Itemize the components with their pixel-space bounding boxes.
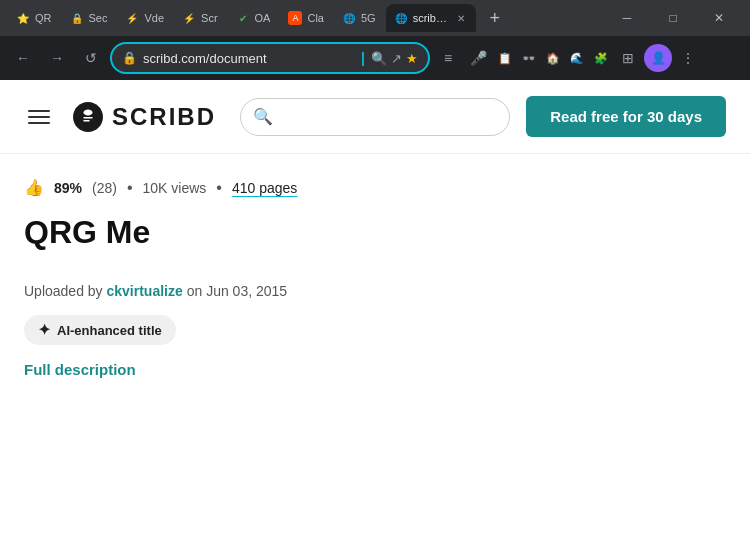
address-text: scribd.com/document [143, 51, 355, 66]
lock-icon: 🔒 [122, 51, 137, 65]
hamburger-menu[interactable] [24, 106, 54, 128]
uploader-info: Uploaded by ckvirtualize on Jun 03, 2015 [0, 267, 750, 311]
document-title: QRG Me [0, 205, 750, 267]
reader-view-icon[interactable]: ≡ [434, 44, 462, 72]
tab-sec[interactable]: 🔒 Sec [62, 4, 116, 32]
forward-button[interactable]: → [42, 43, 72, 73]
search-icon: 🔍 [253, 107, 273, 126]
nav-right-section: ≡ 🎤 📋 👓 🏠 🌊 🧩 ⊞ 👤 ⋮ [434, 44, 702, 72]
tab-oa[interactable]: ✔ OA [228, 4, 279, 32]
tab-favicon-5g: 🌐 [342, 11, 356, 25]
extension-1[interactable]: 📋 [494, 47, 516, 69]
refresh-button[interactable]: ↺ [76, 43, 106, 73]
hamburger-line-3 [28, 122, 50, 124]
browser-chrome: ⭐ QRG Me QR 🔒 Sec ⚡ Vde ⚡ Scr ✔ OA A Cla… [0, 0, 750, 80]
tab-vde[interactable]: ⚡ Vde [117, 4, 172, 32]
search-bar[interactable]: 🔍 [240, 98, 510, 136]
extension-3[interactable]: 🏠 [542, 47, 564, 69]
tab-close-scribd[interactable]: ✕ [454, 11, 468, 25]
refresh-icon: ↺ [85, 50, 97, 66]
tab-cla[interactable]: A Cla [280, 4, 332, 32]
bookmark-icon[interactable]: ★ [406, 51, 418, 66]
new-tab-button[interactable]: + [482, 5, 508, 31]
maximize-button[interactable]: □ [650, 0, 696, 36]
ai-badge-label: AI-enhanced title [57, 323, 162, 338]
address-bar[interactable]: 🔒 scribd.com/document | 🔍 ↗ ★ [110, 42, 430, 74]
separator-dot-1: • [127, 179, 133, 197]
nav-bar: ← → ↺ 🔒 scribd.com/document | 🔍 ↗ ★ ≡ 🎤 … [0, 36, 750, 80]
share-icon[interactable]: ↗ [391, 51, 402, 66]
tab-favicon-sec: 🔒 [70, 11, 84, 25]
back-button[interactable]: ← [8, 43, 38, 73]
thumbs-up-icon: 👍 [24, 178, 44, 197]
uploader-prefix: Uploaded by [24, 283, 103, 299]
menu-button[interactable]: ⋮ [674, 44, 702, 72]
forward-icon: → [50, 50, 64, 66]
scribd-logo-icon [70, 99, 106, 135]
tab-favicon-scribd: 🌐 [394, 11, 408, 25]
separator-dot-2: • [216, 179, 222, 197]
window-controls: ─ □ ✕ [604, 0, 742, 36]
tab-scr[interactable]: ⚡ Scr [174, 4, 226, 32]
views-count: 10K views [143, 180, 207, 196]
minimize-button[interactable]: ─ [604, 0, 650, 36]
read-free-button[interactable]: Read free for 30 days [526, 96, 726, 137]
address-bar-icons: 🔍 ↗ ★ [371, 51, 418, 66]
ai-star-icon: ✦ [38, 321, 51, 339]
full-description-link[interactable]: Full description [0, 349, 750, 390]
uploader-link[interactable]: ckvirtualize [107, 283, 183, 299]
mic-icon[interactable]: 🎤 [464, 44, 492, 72]
tab-favicon-qr: ⭐ [16, 11, 30, 25]
tab-qr[interactable]: ⭐ QRG Me QR [8, 4, 60, 32]
cursor-indicator: | [361, 50, 365, 66]
tab-scribd-active[interactable]: 🌐 scribd.com/document ✕ [386, 4, 476, 32]
ai-enhanced-badge[interactable]: ✦ AI-enhanced title [24, 315, 176, 345]
tab-favicon-oa: ✔ [236, 11, 250, 25]
extension-5[interactable]: 🧩 [590, 47, 612, 69]
hamburger-line-2 [28, 116, 50, 118]
rating-percentage: 89% [54, 180, 82, 196]
close-button[interactable]: ✕ [696, 0, 742, 36]
back-icon: ← [16, 50, 30, 66]
tab-bar: ⭐ QRG Me QR 🔒 Sec ⚡ Vde ⚡ Scr ✔ OA A Cla… [0, 0, 750, 36]
tab-5g[interactable]: 🌐 5G [334, 4, 384, 32]
document-metadata: 👍 89% (28) • 10K views • 410 pages [0, 154, 750, 205]
hamburger-line-1 [28, 110, 50, 112]
scribd-logo-text: SCRIBD [112, 103, 216, 131]
tab-favicon-scr: ⚡ [182, 11, 196, 25]
save-icon[interactable]: ⊞ [614, 44, 642, 72]
page-content: SCRIBD 🔍 Read free for 30 days 👍 89% (28… [0, 80, 750, 541]
search-lens-icon[interactable]: 🔍 [371, 51, 387, 66]
extension-2[interactable]: 👓 [518, 47, 540, 69]
pages-link[interactable]: 410 pages [232, 180, 297, 196]
extension-4[interactable]: 🌊 [566, 47, 588, 69]
rating-count: (28) [92, 180, 117, 196]
scribd-header: SCRIBD 🔍 Read free for 30 days [0, 80, 750, 154]
tab-favicon-vde: ⚡ [125, 11, 139, 25]
upload-date: on Jun 03, 2015 [187, 283, 287, 299]
profile-avatar[interactable]: 👤 [644, 44, 672, 72]
scribd-logo[interactable]: SCRIBD [70, 99, 216, 135]
tab-favicon-cla: A [288, 11, 302, 25]
